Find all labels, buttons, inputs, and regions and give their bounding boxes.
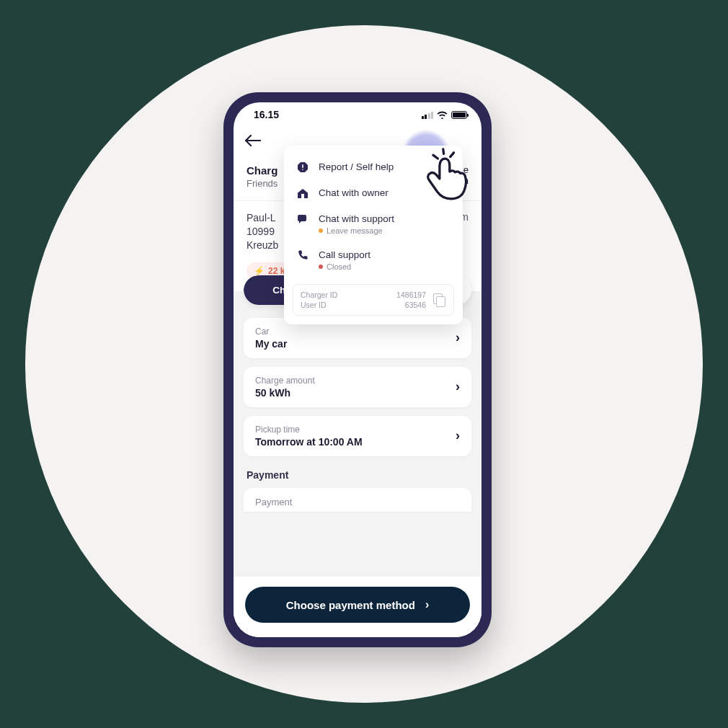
svg-line-4 xyxy=(433,155,438,159)
alert-icon xyxy=(296,161,310,173)
chevron-right-icon: › xyxy=(456,428,460,443)
address-text: Paul-L 10999 Kreuzb xyxy=(247,211,278,252)
amount-label: Charge amount xyxy=(255,376,315,386)
house-icon xyxy=(296,187,310,199)
car-label: Car xyxy=(255,327,287,337)
chat-icon xyxy=(296,213,310,225)
wifi-icon xyxy=(437,111,448,119)
payment-section-header: Payment xyxy=(247,469,481,481)
svg-rect-1 xyxy=(302,169,303,170)
charger-subtitle: Friends xyxy=(247,178,278,189)
screen: 16.15 Charg Friends xyxy=(234,102,481,637)
charger-id-value: 1486197 xyxy=(396,290,426,299)
bolt-icon: ⚡ xyxy=(254,266,265,276)
payment-peek-label: Payment xyxy=(255,497,292,507)
id-info-box: Charger ID 1486197 User ID 63546 xyxy=(293,284,454,316)
phone-icon xyxy=(296,249,310,260)
signal-icon xyxy=(422,111,434,119)
charger-title: Charg xyxy=(247,164,278,177)
amount-value: 50 kWh xyxy=(255,387,315,399)
pickup-time-card[interactable]: Pickup time Tomorrow at 10:00 AM › xyxy=(244,416,471,456)
status-bar: 16.15 xyxy=(234,102,481,127)
svg-line-6 xyxy=(450,153,454,157)
chevron-right-icon: › xyxy=(425,598,429,611)
copy-icon[interactable] xyxy=(433,293,446,306)
footer: Choose payment method › xyxy=(234,576,481,637)
svg-rect-0 xyxy=(302,164,303,168)
choose-payment-button[interactable]: Choose payment method › xyxy=(245,587,470,623)
chat-support-status: Leave message xyxy=(319,226,394,235)
pickup-label: Pickup time xyxy=(255,425,363,435)
chevron-right-icon: › xyxy=(456,379,460,394)
user-id-value: 63546 xyxy=(396,301,426,309)
payment-card[interactable]: Payment xyxy=(244,488,471,512)
status-dot-orange xyxy=(319,228,323,233)
call-support-status: Closed xyxy=(319,262,370,271)
car-value: My car xyxy=(255,338,287,350)
charger-id-label: Charger ID xyxy=(301,290,396,299)
chevron-right-icon: › xyxy=(456,330,460,345)
battery-icon xyxy=(451,111,467,119)
menu-call-support[interactable]: Call support Closed xyxy=(293,242,454,278)
svg-line-5 xyxy=(443,149,444,154)
settings-cards: Car My car › Charge amount 50 kWh › Pick… xyxy=(234,305,481,456)
svg-rect-3 xyxy=(298,215,306,221)
back-icon[interactable] xyxy=(245,133,261,150)
pointer-hand-icon xyxy=(420,146,479,205)
menu-chat-support[interactable]: Chat with support Leave message xyxy=(293,206,454,242)
status-time: 16.15 xyxy=(254,109,279,120)
user-id-label: User ID xyxy=(301,301,396,309)
status-dot-red xyxy=(319,265,323,269)
status-icons xyxy=(422,111,468,119)
svg-rect-2 xyxy=(301,194,304,198)
pickup-value: Tomorrow at 10:00 AM xyxy=(255,436,363,448)
charge-amount-card[interactable]: Charge amount 50 kWh › xyxy=(244,367,471,407)
phone-frame: 16.15 Charg Friends xyxy=(223,92,492,647)
